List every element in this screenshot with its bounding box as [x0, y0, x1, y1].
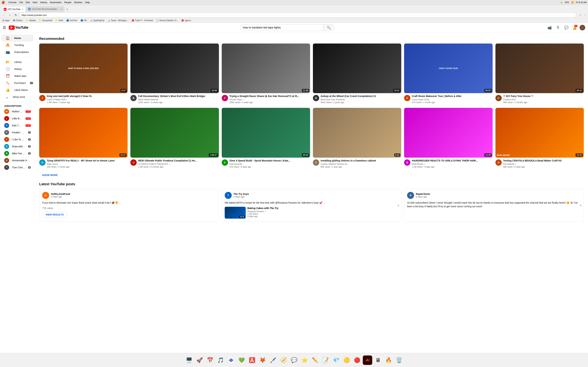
- dock-pen[interactable]: ✏️: [310, 355, 320, 365]
- dock-sketch[interactable]: 💎: [331, 355, 341, 365]
- sidebar-item-watch-later[interactable]: ⏰ Watch later: [1, 73, 34, 80]
- video-card-8[interactable]: 1:08:37 U NEW Ultimate Public Freakout C…: [130, 108, 219, 168]
- view-results-button[interactable]: VIEW RESULTS: [42, 212, 67, 217]
- sub-item-truecrime[interactable]: T True Crime Daily 8: [1, 164, 34, 171]
- sidebar-item-history[interactable]: 🕐 History: [1, 66, 34, 73]
- apple-menu[interactable]: 🍎: [1, 1, 5, 4]
- dock-penultimate[interactable]: 📝: [321, 355, 330, 365]
- sub-item-kids-tv[interactable]: K Kids TV - Nurs... LIVE: [1, 122, 34, 129]
- bookmark-infini[interactable]: 📁 Infini: [54, 19, 64, 22]
- menu-hamburger-button[interactable]: ☰: [3, 25, 6, 30]
- bookmark-star-icon[interactable]: ☆: [579, 13, 582, 17]
- youtube-logo[interactable]: YouTube: [9, 25, 28, 30]
- bookmark-agar[interactable]: 🔴 Agar.io: [180, 19, 192, 22]
- bookmark-apps[interactable]: ⊞ Apps: [1, 19, 11, 22]
- sub-item-homemade[interactable]: H Homemade Home: [1, 157, 34, 164]
- dock-safari[interactable]: 🧭: [279, 355, 288, 365]
- user-avatar[interactable]: 👤: [579, 25, 585, 30]
- dock-music[interactable]: 🎵: [216, 355, 225, 365]
- video-title-12: Testing CRAYOLA BEADOLA Bead Maker Craft…: [503, 159, 584, 162]
- dock-chrome[interactable]: [226, 355, 236, 365]
- upload-video-button[interactable]: 📹: [546, 24, 553, 31]
- sub-item-freakin[interactable]: F Freakin' Reviews 1: [1, 129, 34, 136]
- dock-firefox2[interactable]: 🔥: [384, 355, 393, 365]
- sub-item-ilike[interactable]: I I Like To Make S... 2: [1, 136, 34, 143]
- reload-button[interactable]: ↻: [13, 13, 18, 17]
- dock-finder[interactable]: 🖥️: [184, 355, 194, 365]
- menu-bookmarks[interactable]: Bookmarks: [50, 1, 61, 4]
- video-card-1[interactable]: HOW TO MAKE A KING SIZE BED 9:47 I King …: [39, 43, 128, 104]
- address-bar[interactable]: https://www.youtube.com: [19, 13, 576, 17]
- dock-trash[interactable]: 🗑️: [394, 355, 404, 365]
- menu-view[interactable]: View: [33, 1, 37, 4]
- bookmark-natalia[interactable]: 📁 Natalia: [25, 19, 37, 22]
- video-card-9[interactable]: 20:04 K Sims 4 Speed Build - Spiral Moun…: [222, 108, 310, 168]
- sidebar-item-trending[interactable]: 🔥 Trending: [1, 42, 34, 49]
- tab-close-google[interactable]: ×: [61, 8, 62, 10]
- bookmark-record[interactable]: 📋 Record Details | S...: [155, 19, 179, 22]
- dock-launchpad[interactable]: 🚀: [195, 355, 204, 365]
- bookmark-household[interactable]: 📁 Household: [38, 19, 53, 22]
- sidebar-item-liked[interactable]: 👍 Liked videos: [1, 86, 34, 93]
- tab-close-yt[interactable]: ×: [22, 8, 23, 11]
- sub-item-mother-goose[interactable]: M Mother Goose ... LIVE: [1, 108, 34, 115]
- video-card-6[interactable]: 20:12 C ♡ DIY Fairy Tree House ♡ Creativ…: [495, 43, 584, 104]
- tab-youtube[interactable]: ▶ (37) YouTube ×: [1, 6, 26, 12]
- sidebar-item-subscriptions[interactable]: 📺 Subscriptions: [1, 49, 34, 56]
- dock-photoshop[interactable]: 🖌️: [268, 355, 278, 365]
- sub-item-mike[interactable]: M Mike Farrington 2: [1, 150, 34, 157]
- bookmark-hh[interactable]: 🔵 HH: [79, 19, 88, 22]
- bookmark-spellingcity[interactable]: 📊 SpellingCity: [89, 19, 105, 22]
- new-tab-button[interactable]: +: [65, 7, 70, 12]
- dock-firefox[interactable]: 🦊: [258, 355, 267, 365]
- forward-button[interactable]: ›: [7, 13, 12, 17]
- dock-app-red[interactable]: 🔴: [352, 355, 362, 365]
- bookmark-taxes[interactable]: 📊 Taxes - Michigan...: [107, 19, 130, 22]
- menu-chrome[interactable]: Chrome: [9, 1, 17, 4]
- bookmark-roblox[interactable]: 🎮 Roblox: [12, 19, 24, 22]
- video-card-12[interactable]: BEAD MAKER 15:33 S Testing CRAYOLA BEADO…: [495, 108, 584, 168]
- sub-item-little-baby[interactable]: L Little Baby Bu... LIVE: [1, 115, 34, 122]
- show-more-button[interactable]: SHOW MORE: [39, 172, 60, 178]
- back-button[interactable]: ‹: [1, 13, 6, 17]
- bookmark-ourpact[interactable]: 🔵 OurPact: [65, 19, 78, 22]
- sidebar-item-home[interactable]: 🏠 Home: [1, 35, 34, 42]
- video-card-3[interactable]: 11:35 C Trying a Straight Razor Shave (&…: [222, 43, 310, 104]
- dock-ai[interactable]: Ai: [363, 355, 372, 365]
- video-info-12: S Testing CRAYOLA BEADOLA Bead Maker Cra…: [495, 159, 584, 168]
- dock-appstore[interactable]: 🅰️: [247, 355, 257, 365]
- menu-history[interactable]: History: [40, 1, 47, 4]
- dock-screen[interactable]: 🖥: [373, 355, 383, 365]
- video-card-5[interactable]: CRAFT ROOM TOUR 58:55 C Craft Room Makeo…: [404, 43, 493, 104]
- sub-item-draw[interactable]: D Draw with Jazza 3: [1, 143, 34, 150]
- sidebar-item-library[interactable]: 📂 Library: [1, 58, 34, 66]
- dock-notes[interactable]: 🟡: [342, 355, 351, 365]
- menu-window[interactable]: Window: [74, 1, 82, 4]
- menu-help[interactable]: Help: [85, 1, 90, 4]
- menu-file[interactable]: File: [19, 1, 23, 4]
- post-chevron-3[interactable]: ›: [580, 203, 581, 208]
- post-chevron-2[interactable]: ›: [398, 203, 399, 208]
- folder-icon-infini: 📁: [55, 19, 58, 22]
- video-card-7[interactable]: 10:37 D Tying GRAFFITI For REAL!! - MY S…: [39, 108, 128, 168]
- sidebar-item-purchases[interactable]: 🏷️ Purchases 7: [1, 80, 34, 86]
- search-input[interactable]: [240, 24, 323, 31]
- dock-messages[interactable]: 💬: [289, 355, 299, 365]
- sidebar-item-show-more[interactable]: ⌄ Show more: [1, 93, 34, 100]
- search-button[interactable]: 🔍: [323, 24, 334, 31]
- extensions-icon[interactable]: ⋮: [583, 13, 587, 17]
- bookmark-turbo[interactable]: 🔴 Turbo™ - Overview: [130, 19, 154, 22]
- apps-grid-button[interactable]: ⠿: [554, 24, 562, 31]
- menu-edit[interactable]: Edit: [26, 1, 30, 4]
- tab-google[interactable]: G [YouTube Recommendations] ×: [26, 6, 64, 12]
- video-card-10[interactable]: 6:31 C Installing gliding shelves in a f…: [313, 108, 401, 168]
- dock-star[interactable]: ⭐: [300, 355, 309, 365]
- dock-calendar[interactable]: 📅: [205, 355, 215, 365]
- dock-quickbooks[interactable]: 💚: [237, 355, 246, 365]
- messaging-button[interactable]: 💬: [563, 24, 570, 31]
- menu-people[interactable]: People: [64, 1, 71, 4]
- video-card-11[interactable]: 14:39 B HAIRDRESSER REACTS TO GIRLS DYIN…: [404, 108, 493, 168]
- video-card-2[interactable]: 43:59 B Full Documentary: Britain's Most…: [130, 43, 219, 104]
- video-card-4[interactable]: 13:31 B Asleep at the Wheel (Car Crash C…: [313, 43, 401, 104]
- notifications-button[interactable]: 🔔 37: [571, 24, 578, 31]
